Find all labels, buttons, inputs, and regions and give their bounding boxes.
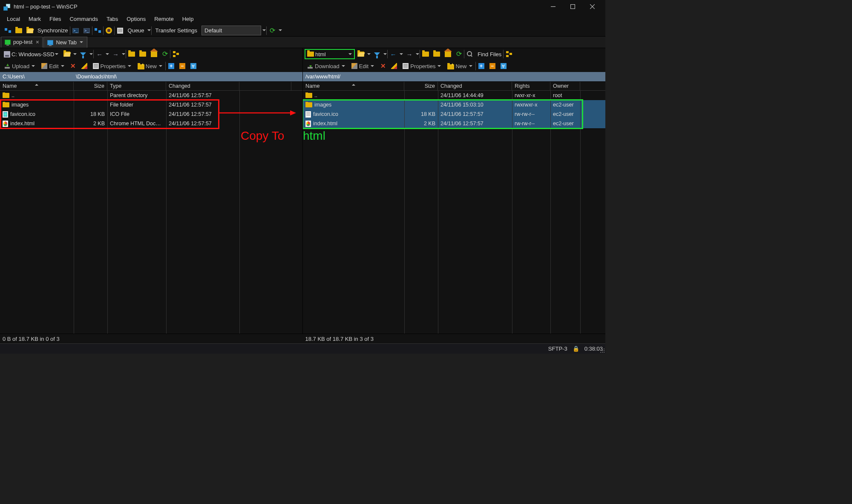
back-icon[interactable]: ← bbox=[94, 49, 104, 59]
open-folder-icon[interactable] bbox=[356, 49, 366, 59]
select-av-icon[interactable]: ∀ bbox=[498, 61, 509, 71]
local-drive-combo[interactable]: C: Windows-SSD bbox=[2, 49, 61, 59]
properties-button[interactable]: Properties bbox=[400, 61, 444, 71]
terminal-icon[interactable]: >_ bbox=[71, 26, 81, 36]
minimize-button[interactable] bbox=[543, 0, 563, 13]
col-rights[interactable]: Rights bbox=[512, 82, 550, 90]
upload-button[interactable]: Upload bbox=[2, 61, 38, 71]
col-changed[interactable]: Changed bbox=[438, 82, 512, 90]
table-row[interactable]: favicon.ico 18 KB 24/11/06 12:57:57 rw-r… bbox=[303, 109, 605, 119]
forward-icon[interactable]: → bbox=[404, 49, 414, 59]
remote-dir-combo[interactable]: html bbox=[305, 49, 355, 59]
refresh-icon[interactable]: ⟳ bbox=[160, 49, 170, 59]
menu-files[interactable]: Files bbox=[46, 14, 64, 23]
settings-gear-icon[interactable] bbox=[104, 26, 114, 36]
open-folder-dropdown[interactable] bbox=[367, 52, 371, 57]
open-folder-icon[interactable] bbox=[62, 49, 72, 59]
col-name[interactable]: Name bbox=[0, 82, 74, 90]
table-row[interactable]: images 24/11/06 15:03:10 rwxrwxr-x ec2-u… bbox=[303, 100, 605, 109]
synchronize-button[interactable]: Synchronize bbox=[36, 27, 70, 34]
rename-icon[interactable] bbox=[79, 61, 89, 71]
menu-remote[interactable]: Remote bbox=[151, 14, 177, 23]
filter-dropdown[interactable] bbox=[383, 52, 387, 57]
select-minus-icon[interactable]: − bbox=[487, 61, 498, 71]
sync-browse-icon[interactable] bbox=[3, 26, 13, 36]
table-row[interactable]: images File folder 24/11/06 12:57:57 bbox=[0, 100, 302, 109]
remote-file-list[interactable]: .. 24/11/06 14:44:49 rwxr-xr-x root imag… bbox=[303, 91, 605, 334]
filter-dropdown[interactable] bbox=[89, 52, 93, 57]
local-file-list[interactable]: .. Parent directory 24/11/06 12:57:57 im… bbox=[0, 91, 302, 334]
root-folder-icon[interactable] bbox=[432, 49, 442, 59]
find-files-button[interactable]: Find Files bbox=[476, 51, 503, 58]
col-owner[interactable]: Owner bbox=[550, 82, 580, 90]
col-size[interactable]: Size bbox=[404, 82, 438, 90]
reconnect-dropdown[interactable] bbox=[278, 28, 282, 33]
menu-mark[interactable]: Mark bbox=[25, 14, 44, 23]
lock-icon[interactable]: 🔒 bbox=[573, 346, 579, 352]
queue-button[interactable]: Queue bbox=[126, 27, 146, 34]
back-dropdown[interactable] bbox=[105, 52, 109, 57]
forward-dropdown[interactable] bbox=[415, 52, 420, 57]
menu-tabs[interactable]: Tabs bbox=[103, 14, 121, 23]
open-folder-dropdown[interactable] bbox=[73, 52, 77, 57]
reconnect-icon[interactable]: ⟳ bbox=[267, 26, 277, 36]
refresh-icon[interactable]: ⟳ bbox=[454, 49, 464, 59]
menu-local[interactable]: Local bbox=[3, 14, 23, 23]
table-row[interactable]: .. 24/11/06 14:44:49 rwxr-xr-x root bbox=[303, 91, 605, 100]
select-plus-icon[interactable]: + bbox=[166, 61, 176, 71]
table-row[interactable]: .. Parent directory 24/11/06 12:57:57 bbox=[0, 91, 302, 100]
tab-new[interactable]: New Tab bbox=[43, 37, 87, 48]
parent-folder-icon[interactable] bbox=[420, 49, 431, 59]
local-path[interactable]: C:\Users\\Downloads\html\ bbox=[0, 72, 302, 81]
queue-dropdown[interactable] bbox=[147, 28, 151, 33]
transfer-icon[interactable] bbox=[93, 26, 103, 36]
tab-close-icon[interactable]: × bbox=[36, 39, 39, 45]
rename-icon[interactable] bbox=[389, 61, 399, 71]
col-changed[interactable]: Changed bbox=[166, 82, 239, 90]
col-type[interactable]: Type bbox=[107, 82, 166, 90]
parent-folder-icon[interactable] bbox=[127, 49, 137, 59]
transfer-settings-combo[interactable]: Default bbox=[201, 26, 261, 35]
transfer-settings-dropdown[interactable] bbox=[262, 28, 266, 33]
tab-session[interactable]: pop-test × bbox=[1, 37, 43, 48]
edit-button[interactable]: Edit bbox=[349, 61, 377, 71]
new-button[interactable]: New bbox=[135, 61, 165, 71]
col-name[interactable]: Name bbox=[303, 82, 404, 90]
forward-icon[interactable]: → bbox=[110, 49, 121, 59]
maximize-button[interactable] bbox=[563, 0, 582, 13]
compare-icon[interactable] bbox=[14, 26, 24, 36]
resize-grip[interactable] bbox=[599, 348, 604, 353]
edit-button[interactable]: Edit bbox=[39, 61, 67, 71]
download-button[interactable]: Download bbox=[305, 61, 348, 71]
tree-icon[interactable] bbox=[171, 49, 181, 59]
table-row[interactable]: favicon.ico 18 KB ICO File 24/11/06 12:5… bbox=[0, 109, 302, 119]
sync-icon[interactable] bbox=[25, 26, 35, 36]
filter-icon[interactable] bbox=[372, 49, 382, 59]
menu-commands[interactable]: Commands bbox=[66, 14, 101, 23]
new-button[interactable]: New bbox=[445, 61, 475, 71]
tree-icon[interactable] bbox=[504, 49, 514, 59]
new-tab-dropdown[interactable] bbox=[79, 40, 83, 45]
forward-dropdown[interactable] bbox=[121, 52, 126, 57]
root-folder-icon[interactable] bbox=[138, 49, 148, 59]
menu-help[interactable]: Help bbox=[179, 14, 197, 23]
home-icon[interactable] bbox=[149, 49, 159, 59]
queue-icon[interactable] bbox=[115, 26, 125, 36]
select-av-icon[interactable]: ∀ bbox=[188, 61, 199, 71]
back-icon[interactable]: ← bbox=[388, 49, 398, 59]
properties-button[interactable]: Properties bbox=[90, 61, 134, 71]
select-plus-icon[interactable]: + bbox=[476, 61, 486, 71]
col-spare[interactable] bbox=[239, 82, 291, 90]
select-minus-icon[interactable]: − bbox=[177, 61, 187, 71]
table-row[interactable]: index.html 2 KB Chrome HTML Doc… 24/11/0… bbox=[0, 119, 302, 128]
remote-path[interactable]: /var/www/html/ bbox=[303, 72, 605, 81]
back-dropdown[interactable] bbox=[399, 52, 403, 57]
table-row[interactable]: index.html 2 KB 24/11/06 12:57:57 rw-rw-… bbox=[303, 119, 605, 128]
close-button[interactable] bbox=[582, 0, 602, 13]
home-icon[interactable] bbox=[443, 49, 453, 59]
col-size[interactable]: Size bbox=[74, 82, 107, 90]
delete-icon[interactable]: ✕ bbox=[378, 61, 388, 71]
console-icon[interactable]: >_ bbox=[82, 26, 92, 36]
menu-options[interactable]: Options bbox=[123, 14, 149, 23]
delete-icon[interactable]: ✕ bbox=[68, 61, 78, 71]
